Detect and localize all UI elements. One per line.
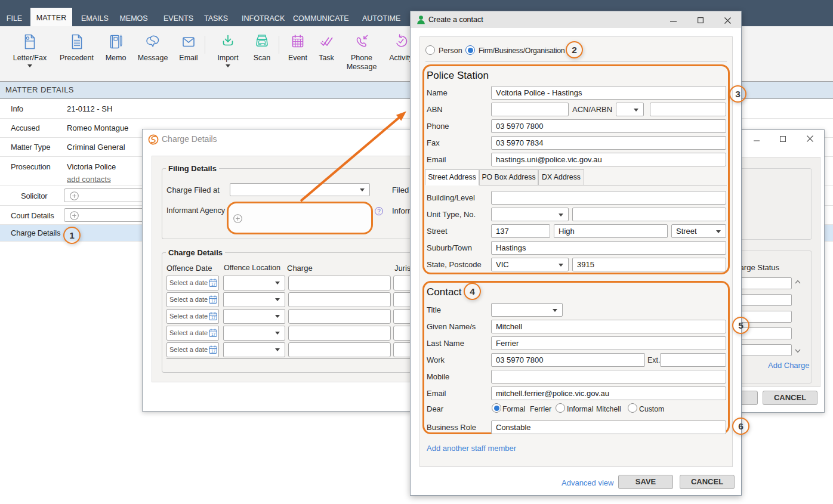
svg-text:17: 17	[211, 316, 216, 320]
svg-text:17: 17	[211, 299, 216, 303]
svg-text:17: 17	[211, 332, 216, 336]
svg-text:17: 17	[211, 349, 216, 353]
svg-text:17: 17	[211, 282, 216, 286]
